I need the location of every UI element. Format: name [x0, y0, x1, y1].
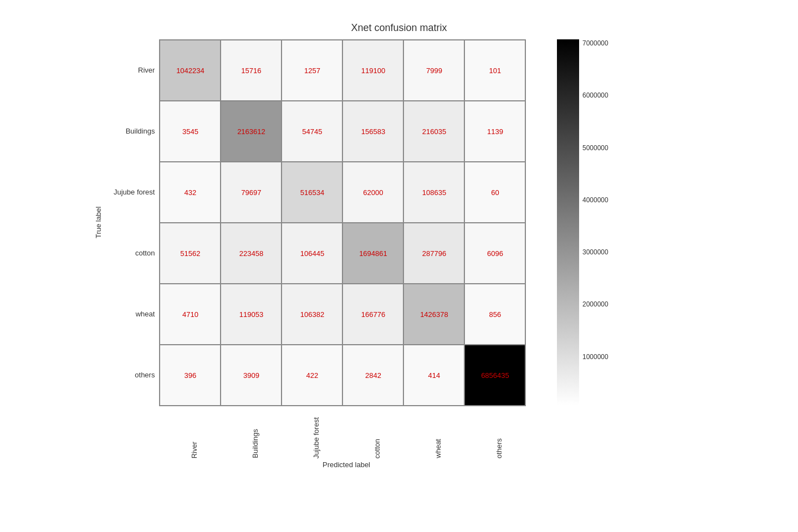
matrix-grid: 1042234157161257119100799910135452163612… [159, 39, 526, 406]
y-axis-label: True label [94, 39, 103, 405]
matrix-cell-2-2: 516534 [282, 162, 342, 223]
matrix-cell-3-4: 287796 [403, 223, 464, 284]
colorbar-tick-1: 6000000 [582, 91, 608, 99]
matrix-cell-0-4: 7999 [403, 40, 464, 101]
y-label-buildings: Buildings [114, 100, 155, 161]
x-label-river: River [163, 408, 224, 458]
colorbar-wrapper: 7000000600000050000004000000300000020000… [557, 39, 608, 405]
matrix-area: River Buildings Jujube forest cotton whe… [114, 39, 529, 469]
colorbar-area: 7000000600000050000004000000300000020000… [557, 39, 608, 405]
x-labels: River Buildings Jujube forest cotton whe… [163, 408, 529, 458]
matrix-cell-2-1: 79697 [221, 162, 282, 223]
matrix-cell-1-5: 1139 [464, 101, 525, 162]
matrix-cell-0-1: 15716 [221, 40, 282, 101]
colorbar-tick-4: 3000000 [582, 248, 608, 256]
x-label-cotton: cotton [346, 408, 407, 458]
matrix-cell-1-2: 54745 [282, 101, 342, 162]
x-label-jujube: Jujube forest [285, 408, 346, 458]
x-label-buildings: Buildings [224, 408, 285, 458]
x-label-wheat: wheat [407, 408, 468, 458]
colorbar-ticks: 7000000600000050000004000000300000020000… [582, 39, 608, 405]
matrix-cell-5-2: 422 [282, 345, 342, 406]
x-label-others: others [468, 408, 529, 458]
matrix-cell-1-1: 2163612 [221, 101, 282, 162]
matrix-cell-0-2: 1257 [282, 40, 342, 101]
matrix-cell-1-4: 216035 [403, 101, 464, 162]
matrix-cell-3-3: 1694861 [342, 223, 403, 284]
matrix-cell-3-0: 51562 [160, 223, 221, 284]
colorbar-tick-2: 5000000 [582, 144, 608, 152]
matrix-with-ylabels: River Buildings Jujube forest cotton whe… [114, 39, 526, 406]
matrix-cell-5-5: 6856435 [464, 345, 525, 406]
y-label-river: River [114, 39, 155, 100]
colorbar [557, 39, 579, 405]
matrix-cell-4-0: 4710 [160, 284, 221, 345]
x-labels-wrapper: River Buildings Jujube forest cotton whe… [163, 406, 529, 469]
matrix-cell-5-3: 2842 [342, 345, 403, 406]
chart-container: Xnet confusion matrix True label River B… [94, 22, 704, 510]
matrix-cell-0-5: 101 [464, 40, 525, 101]
matrix-cell-4-2: 106382 [282, 284, 342, 345]
matrix-cell-3-2: 106445 [282, 223, 342, 284]
y-label-others: others [114, 344, 155, 405]
colorbar-tick-5: 2000000 [582, 300, 608, 308]
matrix-cell-5-1: 3909 [221, 345, 282, 406]
matrix-cell-0-3: 119100 [342, 40, 403, 101]
y-label-jujube: Jujube forest [114, 161, 155, 222]
colorbar-tick-3: 4000000 [582, 196, 608, 204]
y-labels: River Buildings Jujube forest cotton whe… [114, 39, 155, 405]
matrix-cell-2-0: 432 [160, 162, 221, 223]
colorbar-tick-0: 7000000 [582, 39, 608, 47]
matrix-cell-3-5: 6096 [464, 223, 525, 284]
matrix-cell-1-3: 156583 [342, 101, 403, 162]
matrix-cell-5-4: 414 [403, 345, 464, 406]
y-label-wheat: wheat [114, 283, 155, 344]
matrix-cell-3-1: 223458 [221, 223, 282, 284]
matrix-cell-4-4: 1426378 [403, 284, 464, 345]
matrix-cell-2-4: 108635 [403, 162, 464, 223]
chart-body: True label River Buildings Jujube forest… [94, 39, 704, 469]
matrix-cell-4-5: 856 [464, 284, 525, 345]
colorbar-tick-6: 1000000 [582, 353, 608, 361]
x-axis-label: Predicted label [163, 461, 529, 469]
matrix-cell-4-1: 119053 [221, 284, 282, 345]
matrix-cell-0-0: 1042234 [160, 40, 221, 101]
y-label-cotton: cotton [114, 222, 155, 283]
chart-title: Xnet confusion matrix [94, 22, 704, 34]
matrix-cell-5-0: 396 [160, 345, 221, 406]
matrix-cell-1-0: 3545 [160, 101, 221, 162]
matrix-cell-4-3: 166776 [342, 284, 403, 345]
matrix-cell-2-5: 60 [464, 162, 525, 223]
matrix-cell-2-3: 62000 [342, 162, 403, 223]
